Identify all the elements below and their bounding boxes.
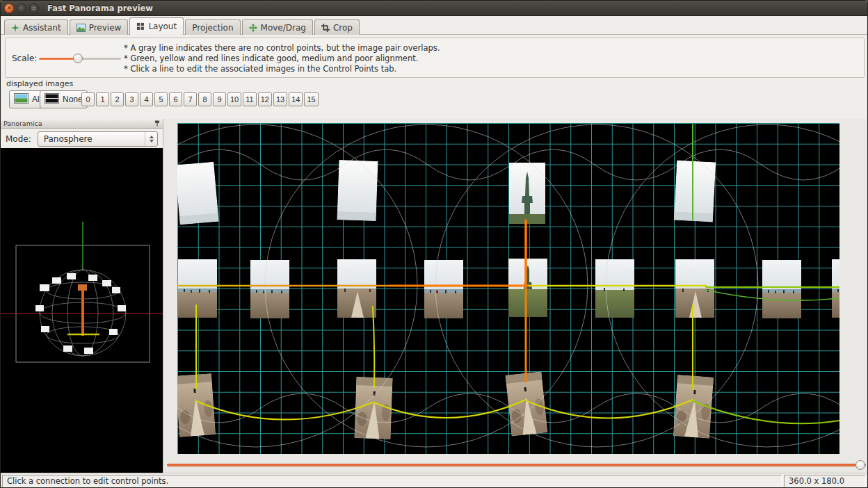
panoramica-title: Panoramica [3,120,42,127]
canvas-slider-handle[interactable] [855,460,865,470]
layout-icon [136,22,145,31]
pin-icon[interactable] [154,120,160,127]
image-toggle-4[interactable]: 4 [140,92,153,106]
layout-canvas[interactable] [177,123,839,454]
window-minimize-button[interactable]: – [17,3,26,13]
tab-crop[interactable]: Crop [314,19,360,35]
status-bar: Click a connection to edit control point… [1,473,867,488]
tab-layout-label: Layout [148,22,177,31]
panorama-size-value: 360.0 x 180.0 [784,475,866,487]
move-drag-icon [249,24,257,32]
image-toggle-8[interactable]: 8 [198,92,211,106]
tab-assistant[interactable]: Assistant [4,19,68,35]
show-none-label: None [63,95,83,104]
scale-slider-handle[interactable] [73,54,83,63]
window-maximize-button[interactable]: ▫ [29,3,39,13]
all-images-icon [14,93,29,106]
tab-assistant-label: Assistant [23,23,61,33]
image-toggle-14[interactable]: 14 [289,92,303,106]
image-toggle-11[interactable]: 11 [243,92,256,106]
image-toggle-12[interactable]: 12 [258,92,272,106]
image-toggle-7[interactable]: 7 [184,92,197,106]
tab-crop-label: Crop [333,23,353,33]
panosphere-3d-preview[interactable] [1,148,163,473]
help-line-3: * Click a line to edit the associated im… [124,64,440,74]
help-line-2: * Green, yellow and red lines indicate g… [124,54,440,64]
fast-panorama-preview-window: ✕ – ▫ Fast Panorama preview Assistant Pr… [0,0,868,488]
image-toggle-9[interactable]: 9 [213,92,226,106]
tab-preview-label: Preview [89,23,122,33]
scale-help-box: Scale: * A gray line indicates there are… [5,38,865,78]
tab-movedrag-label: Move/Drag [261,23,306,33]
canvas-horizontal-slider[interactable] [167,460,866,470]
projection-mode-combobox[interactable]: Panosphere [38,131,158,147]
show-no-images-button[interactable]: None [40,90,88,108]
mode-row: Mode: Panosphere [1,129,163,148]
image-toggle-1[interactable]: 1 [96,92,109,106]
tab-projection-label: Projection [192,23,233,33]
image-toggle-13[interactable]: 13 [273,92,287,106]
image-toggle-3[interactable]: 3 [125,92,138,106]
image-toggle-0[interactable]: 0 [81,92,95,106]
mode-selected-value: Panosphere [44,134,93,144]
assistant-icon [11,24,19,32]
preview-icon [77,24,86,32]
tab-layout[interactable]: Layout [129,17,184,35]
canvas-slider-track[interactable] [167,464,866,466]
image-toggle-6[interactable]: 6 [169,92,182,106]
displayed-images-legend: displayed images [6,79,73,88]
scale-slider-filled-track[interactable] [39,58,78,60]
tab-projection[interactable]: Projection [185,19,240,35]
mode-label: Mode: [6,134,31,144]
status-message: Click a connection to edit control point… [2,475,782,487]
displayed-images-group: displayed images All None 01234567891011… [5,79,865,115]
image-toggle-10[interactable]: 10 [227,92,241,106]
tab-bar: Assistant Preview Layout Projection Move… [1,17,867,35]
help-text: * A gray line indicates there are no con… [124,43,440,74]
scale-label: Scale: [12,54,37,63]
no-images-icon [45,93,59,106]
image-toggle-15[interactable]: 15 [304,92,318,106]
scale-slider-empty-track[interactable] [78,58,121,60]
panoramica-dock-panel: Panoramica Mode: Panosphere [1,119,163,473]
layout-graph [177,123,839,454]
image-toggle-2[interactable]: 2 [111,92,124,106]
tab-preview[interactable]: Preview [70,19,129,35]
panoramica-dock-header[interactable]: Panoramica [1,119,163,129]
window-title: Fast Panorama preview [47,3,153,13]
titlebar[interactable]: ✕ – ▫ Fast Panorama preview [1,1,867,16]
layout-canvas-area [164,119,868,473]
window-close-button[interactable]: ✕ [4,3,14,13]
combobox-spinner-icon[interactable] [145,132,157,146]
image-toggle-5[interactable]: 5 [154,92,168,106]
crop-icon [321,24,330,32]
scale-slider[interactable] [39,54,121,63]
panosphere-wireframe [1,148,163,473]
help-line-1: * A gray line indicates there are no con… [124,43,440,54]
image-number-toggle-row: 0123456789101112131415 [81,92,319,106]
tab-movedrag[interactable]: Move/Drag [242,19,313,35]
